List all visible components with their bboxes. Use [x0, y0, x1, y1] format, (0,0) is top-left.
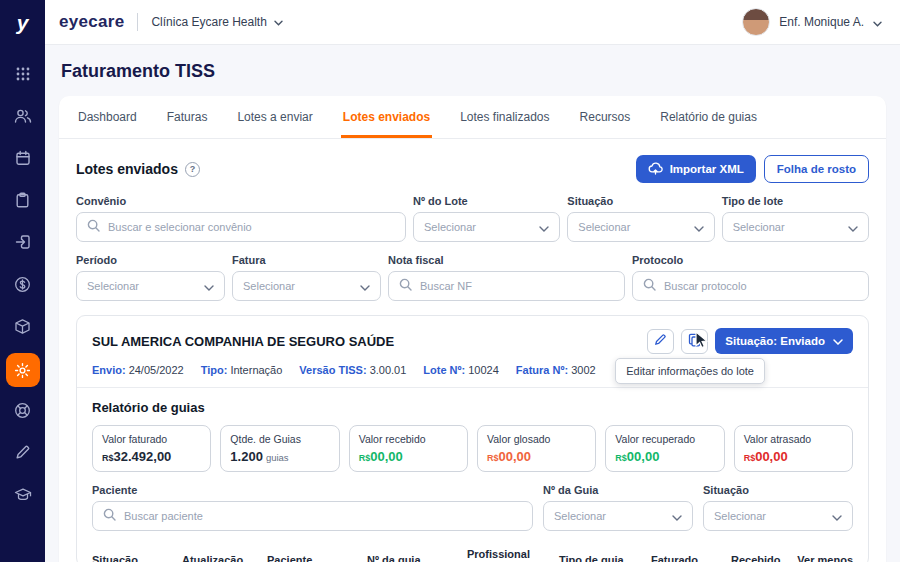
meta-fatura-numero: Fatura Nº:3002	[516, 364, 596, 376]
filter-guia: Nº da Guia Selecionar	[543, 484, 693, 531]
tab-lotes-a-enviar[interactable]: Lotes a enviar	[235, 96, 314, 138]
package-icon	[14, 318, 31, 339]
tab-lotes-finalizados[interactable]: Lotes finalizados	[458, 96, 551, 138]
tab-relatorio-guias[interactable]: Relatório de guias	[658, 96, 759, 138]
filter-guia-situacao: Situação Selecionar	[703, 484, 853, 531]
sidebar-item-financial[interactable]	[0, 265, 45, 307]
guia-select-value: Selecionar	[554, 510, 606, 522]
import-xml-button[interactable]: Importar XML	[636, 155, 756, 183]
chevron-down-icon	[539, 218, 549, 236]
sidebar-item-education[interactable]	[0, 475, 45, 517]
edit-lote-button[interactable]	[647, 329, 674, 354]
nota-fiscal-search-box	[388, 271, 625, 301]
tipo-lote-select-value: Selecionar	[733, 221, 785, 233]
sidebar-item-apps[interactable]	[0, 55, 45, 97]
cover-sheet-label: Folha de rosto	[777, 163, 856, 175]
search-icon	[87, 218, 100, 236]
lote-actions: Situação: Enviado	[647, 328, 853, 354]
stat-valor-recuperado: Valor recuperado R$00,00	[605, 425, 724, 472]
filter-paciente-label: Paciente	[92, 484, 533, 496]
filter-paciente: Paciente	[92, 484, 533, 531]
help-icon[interactable]: ?	[185, 162, 200, 177]
periodo-select[interactable]: Selecionar	[76, 271, 225, 301]
user-menu[interactable]: Enf. Monique A.	[742, 8, 882, 36]
tab-bar: Dashboard Faturas Lotes a enviar Lotes e…	[59, 96, 886, 139]
sidebar-item-checkin[interactable]	[0, 223, 45, 265]
protocolo-search-input[interactable]	[664, 280, 858, 292]
sidebar-item-tiss-active[interactable]	[0, 349, 45, 391]
convenio-search-input[interactable]	[108, 221, 395, 233]
calendar-icon	[15, 150, 31, 170]
sidebar-item-edit[interactable]	[0, 433, 45, 475]
meta-versao-tiss: Versão TISS:3.00.01	[299, 364, 406, 376]
tab-recursos[interactable]: Recursos	[578, 96, 633, 138]
tipo-lote-select[interactable]: Selecionar	[722, 212, 869, 242]
users-icon	[14, 108, 32, 128]
stat-valor-glosado: Valor glosado R$00,00	[477, 425, 596, 472]
filter-periodo: Período Selecionar	[76, 254, 225, 301]
graduation-cap-icon	[14, 487, 32, 506]
search-icon	[643, 277, 656, 295]
lote-select[interactable]: Selecionar	[413, 212, 560, 242]
filter-convenio: Convênio	[76, 195, 406, 242]
sidebar-item-support[interactable]	[0, 391, 45, 433]
edit-lote-tooltip: Editar informações do lote	[615, 358, 765, 384]
filter-lote-label: Nº do Lote	[413, 195, 560, 207]
status-button[interactable]: Situação: Enviado	[715, 328, 853, 354]
copy-icon	[688, 333, 701, 350]
paciente-search-box	[92, 501, 533, 531]
filter-row-1: Convênio Nº do Lote Selecionar Situação	[76, 195, 869, 242]
pencil-icon	[654, 333, 667, 349]
sidebar-item-stock[interactable]	[0, 307, 45, 349]
filter-guia-situacao-label: Situação	[703, 484, 853, 496]
cloud-upload-icon	[648, 162, 663, 177]
col-tipo-guia: Tipo de guia	[559, 554, 651, 562]
filter-lote: Nº do Lote Selecionar	[413, 195, 560, 242]
import-xml-label: Importar XML	[670, 163, 744, 175]
fatura-select[interactable]: Selecionar	[232, 271, 381, 301]
patient-filter-row: Paciente Nº da Guia Selecionar	[92, 484, 853, 531]
filter-periodo-label: Período	[76, 254, 225, 266]
lote-card: SUL AMERICA COMPANHIA DE SEGURO SAÚDE Si…	[76, 315, 869, 562]
lifebuoy-icon	[14, 402, 31, 423]
brand-logo-mark: y	[0, 0, 45, 45]
brand-wordmark: eyecare	[59, 12, 124, 32]
filter-nota-fiscal-label: Nota fiscal	[388, 254, 625, 266]
guides-table-header: Situação Atualização Paciente Nº da guia…	[92, 548, 853, 562]
situacao-select[interactable]: Selecionar	[567, 212, 714, 242]
tab-faturas[interactable]: Faturas	[165, 96, 210, 138]
paciente-search-input[interactable]	[124, 510, 522, 522]
clinic-selector[interactable]: Clínica Eycare Health	[151, 15, 282, 29]
guia-select[interactable]: Selecionar	[543, 501, 693, 531]
filter-convenio-label: Convênio	[76, 195, 406, 207]
ver-menos-link[interactable]: Ver menos	[797, 554, 853, 562]
page-title: Faturamento TISS	[61, 61, 886, 82]
tiss-gear-icon	[6, 353, 40, 387]
sidebar-item-patients[interactable]	[0, 97, 45, 139]
sidebar: y	[0, 0, 45, 562]
lote-card-header: SUL AMERICA COMPANHIA DE SEGURO SAÚDE Si…	[92, 328, 853, 354]
nota-fiscal-search-input[interactable]	[420, 280, 614, 292]
search-icon	[103, 507, 116, 525]
app-window: y eyecare Clínica Eycare Health Enf. Mon…	[0, 0, 900, 562]
report-title: Relatório de guias	[92, 400, 853, 415]
filter-fatura: Fatura Selecionar	[232, 254, 381, 301]
sidebar-item-records[interactable]	[0, 181, 45, 223]
search-icon	[399, 277, 412, 295]
fatura-select-value: Selecionar	[243, 280, 295, 292]
tab-lotes-enviados[interactable]: Lotes enviados	[341, 96, 432, 138]
topbar-divider	[137, 13, 138, 31]
chevron-down-icon	[360, 277, 370, 295]
tab-dashboard[interactable]: Dashboard	[76, 96, 139, 138]
col-paciente: Paciente	[267, 554, 367, 562]
topbar: eyecare Clínica Eycare Health Enf. Moniq…	[45, 0, 900, 45]
situacao-select-value: Selecionar	[578, 221, 630, 233]
guia-situacao-select[interactable]: Selecionar	[703, 501, 853, 531]
copy-lote-button[interactable]	[681, 329, 708, 354]
content-card: Dashboard Faturas Lotes a enviar Lotes e…	[59, 96, 886, 562]
user-name: Enf. Monique A.	[779, 15, 864, 29]
cover-sheet-button[interactable]: Folha de rosto	[764, 155, 869, 183]
sidebar-item-agenda[interactable]	[0, 139, 45, 181]
clipboard-icon	[15, 192, 30, 212]
stats-row: Valor faturado R$32.492,00 Qtde. de Guia…	[92, 425, 853, 472]
